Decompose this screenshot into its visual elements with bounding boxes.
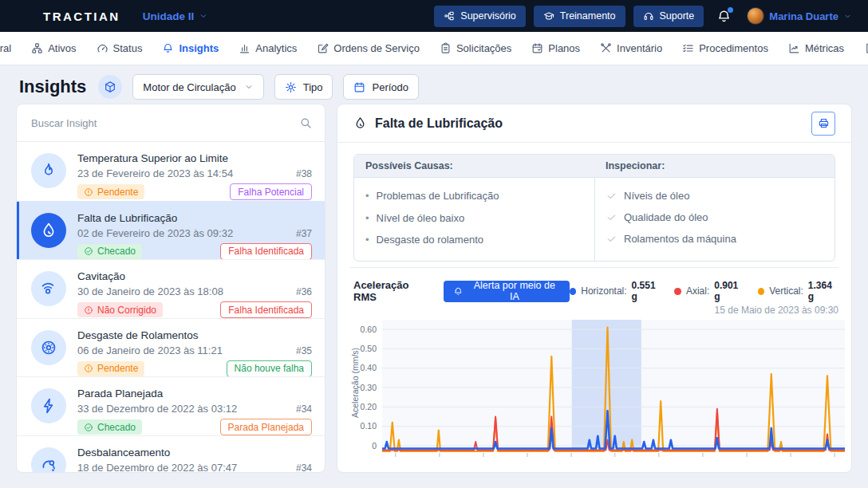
- asset-3d-button[interactable]: [98, 75, 122, 99]
- tab-label: Insights: [179, 42, 219, 54]
- asset-filter-label: Motor de Circulação: [143, 81, 235, 93]
- inspect-text: Níveis de óleo: [624, 190, 689, 202]
- insight-title: Parada Planejada: [77, 388, 312, 399]
- cause-item: • Nível de óleo baixo: [365, 207, 583, 230]
- insight-result-badge: Falha Identificada: [220, 301, 312, 318]
- insight-item-desbalanceamento[interactable]: Desbalanceamento 18 de Dezembro de 2022 …: [17, 435, 325, 474]
- bullet-icon: •: [365, 212, 369, 225]
- insight-result-badge: Falha Identificada: [220, 243, 312, 260]
- cause-text: Problemas de Lubrificação: [377, 190, 499, 202]
- metrics-icon: [788, 42, 800, 54]
- print-button[interactable]: [811, 112, 835, 136]
- asset-filter-dropdown[interactable]: Motor de Circulação: [132, 74, 263, 100]
- avatar: [747, 7, 764, 25]
- tab-ordens-de-servico[interactable]: Ordens de Serviço: [317, 42, 420, 54]
- legend-horizontal: Horizontal: 0.551 g: [570, 280, 662, 302]
- bullet-icon: •: [365, 234, 369, 246]
- tab-metricas[interactable]: Métricas: [788, 42, 844, 54]
- topbar-button-label: Treinamento: [560, 10, 616, 22]
- tab-label: Ordens de Serviço: [333, 42, 420, 54]
- legend-name: Axial:: [686, 285, 709, 297]
- topbar: TRACTIAN Unidade II Supervisório Treinam…: [0, 0, 868, 32]
- tools-icon: [600, 42, 612, 54]
- bars-icon: [239, 42, 251, 54]
- insight-result-badge: Não houve falha: [227, 360, 312, 377]
- tab-ativos[interactable]: Ativos: [31, 42, 76, 54]
- insight-status-badge: Pendente: [77, 184, 144, 199]
- treinamento-button[interactable]: Treinamento: [534, 6, 625, 27]
- detail-header: Falta de Lubrificação: [337, 104, 851, 143]
- insight-number: #34: [296, 462, 312, 474]
- legend-name: Vertical:: [769, 285, 803, 297]
- droplet-icon: [40, 222, 57, 239]
- section-divider: [350, 267, 838, 268]
- suporte-button[interactable]: Suporte: [633, 6, 704, 27]
- insight-date: 06 de Janeiro de 2023 às 11:21: [77, 344, 223, 356]
- type-filter-button[interactable]: Tipo: [274, 74, 333, 100]
- insight-date: 33 de Dezembro de 2022 às 03:12: [77, 403, 237, 415]
- chart-header: Aceleração RMS Alerta por meio de IA Hor…: [353, 280, 838, 302]
- status-label: Pendente: [97, 363, 138, 374]
- insight-title: Cavitação: [77, 270, 312, 282]
- insight-number: #35: [296, 345, 312, 356]
- report-icon: [864, 42, 868, 54]
- tab-analytics[interactable]: Analytics: [239, 42, 297, 54]
- topbar-button-label: Supervisório: [460, 10, 515, 22]
- svg-text:0.50: 0.50: [361, 344, 377, 353]
- tab-status[interactable]: Status: [97, 42, 143, 54]
- legend-dot: [570, 288, 576, 295]
- status-label: Não Corrigido: [97, 305, 156, 316]
- user-menu[interactable]: Marina Duarte: [747, 7, 852, 25]
- insight-item-falta-de-lubrificacao[interactable]: Falta de Lubrificação 02 de Fevereiro de…: [17, 201, 325, 260]
- insight-item-temperatura-superior-ao-limite[interactable]: Temperatura Superior ao Limite 23 de Fev…: [17, 142, 325, 201]
- tab-planos[interactable]: Planos: [531, 42, 580, 54]
- tab-insights[interactable]: Insights: [162, 42, 219, 54]
- search-icon[interactable]: [299, 116, 312, 129]
- gear-icon: [285, 81, 297, 93]
- tab-label: Solicitações: [456, 42, 511, 54]
- tab-procedimentos[interactable]: Procedimentos: [682, 42, 768, 54]
- tab-visao-geral[interactable]: Visão Geral: [0, 42, 11, 54]
- insight-item-cavitacao[interactable]: Cavitação 30 de Janeiro de 2023 às 18:08…: [17, 259, 325, 318]
- legend-dot: [674, 288, 681, 295]
- search-input[interactable]: [30, 116, 293, 130]
- tab-relatorios[interactable]: Relatórios: [864, 42, 868, 54]
- legend-value: 1.364 g: [808, 280, 838, 302]
- check-icon: [606, 212, 617, 222]
- inspect-list: Níveis de óleo Qualidade do óleo Rolamen…: [606, 185, 823, 250]
- unit-selector[interactable]: Unidade II: [143, 10, 209, 22]
- supervisorio-button[interactable]: Supervisório: [434, 6, 525, 27]
- svg-text:0.40: 0.40: [361, 363, 377, 372]
- insight-number: #34: [296, 403, 312, 415]
- insight-item-parada-planejada[interactable]: Parada Planejada 33 de Dezembro de 2022 …: [17, 376, 325, 435]
- svg-text:0.20: 0.20: [361, 402, 377, 411]
- acceleration-chart: 00.100.200.300.400.500.60Aceleração (mm/…: [350, 318, 848, 462]
- rms-acceleration-chart: 00.100.200.300.400.500.60Aceleração (mm/…: [350, 318, 848, 462]
- tab-solicitacoes[interactable]: Solicitações: [440, 42, 511, 54]
- insight-date: 02 de Fevereiro de 2023 às 09:32: [77, 227, 233, 239]
- insight-title: Falta de Lubrificação: [77, 212, 312, 224]
- gauge-icon: [97, 42, 108, 54]
- bearing-icon: [40, 339, 57, 356]
- main-nav: Visão Geral Ativos Status Insights Analy…: [0, 32, 868, 65]
- topbar-right: Supervisório Treinamento Suporte Marina …: [434, 6, 852, 27]
- clipboard-icon: [440, 42, 452, 54]
- tab-label: Status: [113, 42, 143, 54]
- workflow-icon: [444, 10, 455, 22]
- insight-type-icon: [31, 213, 66, 248]
- chart-timestamp: 15 de Maio de 2023 às 09:30: [715, 305, 838, 316]
- detail-title: Falta de Lubrificação: [375, 116, 503, 131]
- insight-search-row: [17, 104, 325, 142]
- hierarchy-icon: [31, 42, 43, 54]
- notifications-bell-icon[interactable]: [716, 9, 732, 24]
- insight-body: Cavitação 30 de Janeiro de 2023 às 18:08…: [77, 270, 312, 318]
- tab-inventario[interactable]: Inventário: [600, 42, 662, 54]
- insight-item-desgaste-de-rolamentos[interactable]: Desgaste de Rolamentos 06 de Janeiro de …: [17, 318, 325, 377]
- period-filter-label: Período: [372, 81, 408, 93]
- ai-alert-button[interactable]: Alerta por meio de IA: [444, 281, 570, 302]
- inspect-item: Qualidade do óleo: [606, 207, 823, 228]
- period-filter-button[interactable]: Período: [343, 74, 419, 100]
- causes-list: • Problemas de Lubrificação • Nível de ó…: [365, 185, 583, 251]
- insight-body: Desgaste de Rolamentos 06 de Janeiro de …: [77, 329, 312, 377]
- causes-table-header: Possíveis Causas: Inspecionar:: [354, 155, 834, 178]
